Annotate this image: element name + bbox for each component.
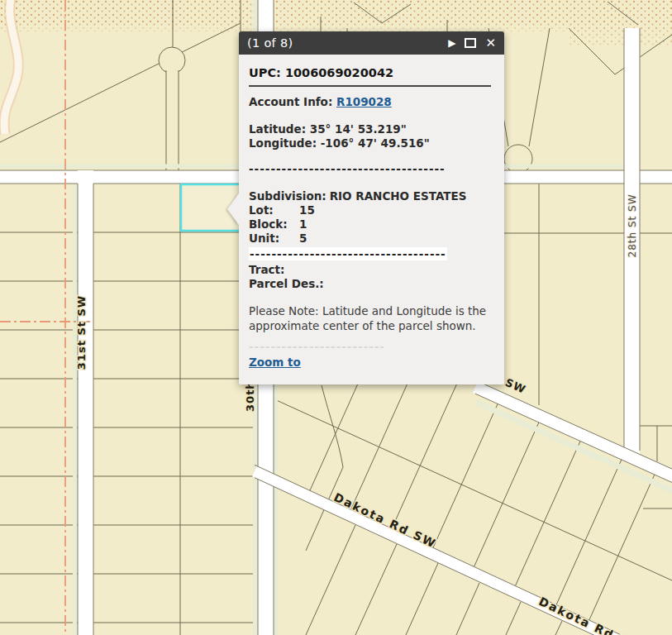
upc-label: UPC: bbox=[249, 66, 281, 79]
map-viewport[interactable]: 31st St SW 30th St SW 28th St SW SW Dako… bbox=[0, 0, 672, 635]
account-row: Account Info: R109028 bbox=[249, 95, 494, 109]
longitude-value: -106° 47' 49.516" bbox=[321, 136, 430, 150]
unit-label: Unit: bbox=[249, 232, 299, 246]
latitude-value: 35° 14' 53.219" bbox=[310, 122, 407, 136]
unit-row: Unit: 5 bbox=[249, 232, 494, 246]
block-value: 1 bbox=[299, 217, 307, 232]
lot-row: Lot: 15 bbox=[249, 203, 494, 217]
zoom-to-link[interactable]: Zoom to bbox=[249, 356, 301, 369]
tract-label: Tract: bbox=[249, 263, 284, 276]
lot-label: Lot: bbox=[249, 203, 299, 217]
subdivision-row: Subdivision: RIO RANCHO ESTATES bbox=[249, 189, 494, 203]
parcel-des-row: Parcel Des.: bbox=[249, 277, 494, 291]
popup-callout-pointer bbox=[227, 193, 239, 225]
popup-note: Please Note: Latitude and Longitude is t… bbox=[249, 304, 489, 333]
street-label-28th: 28th St SW bbox=[627, 193, 638, 257]
unit-value: 5 bbox=[299, 232, 307, 246]
block-label: Block: bbox=[249, 217, 299, 232]
dash-separator: ------------------------------------ bbox=[249, 162, 494, 176]
close-icon[interactable]: ✕ bbox=[485, 37, 496, 50]
popup-body: UPC: 1006069020042 Account Info: R109028… bbox=[239, 55, 504, 384]
dash-separator-faint: ------------------------------------ bbox=[249, 340, 384, 354]
latitude-label: Latitude: bbox=[249, 122, 306, 136]
upc-value: 1006069020042 bbox=[285, 66, 393, 79]
dash-separator-highlighted: ------------------------------------ bbox=[249, 247, 494, 261]
block-row: Block: 1 bbox=[249, 217, 494, 232]
next-feature-icon[interactable]: ▶ bbox=[448, 38, 455, 48]
subdivision-value: RIO RANCHO ESTATES bbox=[330, 189, 467, 203]
parcel-des-label: Parcel Des.: bbox=[249, 277, 324, 290]
popup-header: (1 of 8) ▶ ✕ bbox=[239, 31, 504, 55]
lot-value: 15 bbox=[299, 203, 315, 217]
maximize-icon[interactable] bbox=[465, 38, 476, 48]
longitude-row: Longitude: -106° 47' 49.516" bbox=[249, 136, 494, 150]
account-label: Account Info: bbox=[249, 95, 332, 108]
divider-rule bbox=[249, 85, 491, 87]
subdivision-label: Subdivision: bbox=[249, 189, 330, 203]
longitude-label: Longitude: bbox=[249, 136, 317, 150]
popup-pager: (1 of 8) bbox=[247, 36, 439, 50]
account-link[interactable]: R109028 bbox=[336, 95, 392, 108]
parcel-info-popup: (1 of 8) ▶ ✕ UPC: 1006069020042 Account … bbox=[239, 31, 504, 384]
latitude-row: Latitude: 35° 14' 53.219" bbox=[249, 122, 494, 136]
road-31st bbox=[78, 170, 93, 635]
street-label-31st: 31st St SW bbox=[75, 295, 88, 370]
tract-row: Tract: bbox=[249, 263, 494, 277]
upc-row: UPC: 1006069020042 bbox=[249, 66, 494, 80]
